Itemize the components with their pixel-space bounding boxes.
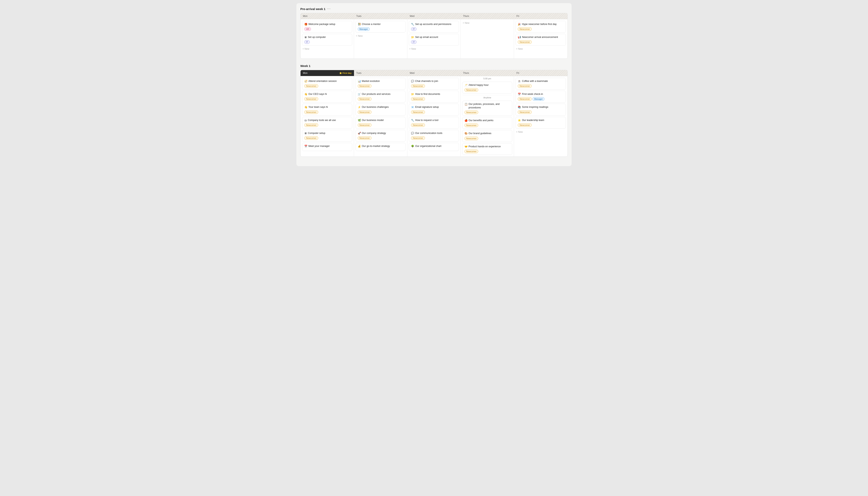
tag-newcomer[interactable]: Newcomer [358,97,372,101]
tag-newcomer[interactable]: Newcomer [304,84,318,88]
card-team-says-hi[interactable]: 👋 Your team says hi Newcomer [302,104,352,115]
card-ceo-says-hi[interactable]: 👋 Our CEO says hi Newcomer [302,91,352,103]
card-setup-email[interactable]: 📁 Set up email account IT [409,34,459,46]
brand-guidelines-title: Our brand guidelines [468,132,491,135]
card-find-documents[interactable]: 📁 How to find documents Newcomer [409,91,459,103]
first-day-badge: ⭐ First day [339,72,351,74]
card-happy-hour[interactable]: 🥂 Attend happy hour Newcomer [462,82,512,93]
tag-hr[interactable]: HR [304,27,311,31]
card-attend-orientation[interactable]: 🧭 Attend orientation session Newcomer [302,78,352,90]
setup-computer-tags: IT [304,40,350,44]
pre-arrival-wed-new[interactable]: + New [409,47,459,51]
card-chat-channels[interactable]: 💬 Chat channels to join Newcomer [409,78,459,90]
meet-manager-title: Meet your manager [309,144,330,148]
card-first-week-checkin[interactable]: 📅 First week check-in Newcomer Manager [515,91,566,103]
choose-mentor-title: Choose a mentor [362,22,381,26]
tag-newcomer[interactable]: Newcomer [464,137,478,140]
card-meet-manager[interactable]: 📅 Meet your manager [302,143,352,151]
tag-newcomer[interactable]: Newcomer [518,110,532,114]
card-products-services[interactable]: 🛒 Our products and services Newcomer [356,91,406,103]
hype-newcomer-title: Hype newcomer before first day [522,22,556,26]
market-evolution-title: Market evolution [362,79,380,83]
card-setup-accounts[interactable]: 🔧 Set up accounts and permissions IT [409,21,459,33]
pre-arrival-thurs-new[interactable]: + New [462,21,512,25]
card-org-chart[interactable]: 🌳 Our organizational chart [409,143,459,151]
tag-it-email[interactable]: IT [411,40,417,44]
pre-arrival-wed-header: Wed [407,13,461,19]
tag-newcomer-arrival[interactable]: Newcomer [518,40,532,44]
tag-newcomer[interactable]: Newcomer [304,136,318,140]
week1-fri-col: ☕ Coffee with a teammate Newcomer 📅 Firs… [514,76,567,156]
coffee-teammate-title: Coffee with a teammate [522,79,548,83]
tag-newcomer[interactable]: Newcomer [411,97,425,101]
pre-arrival-fri-new[interactable]: + New [515,47,566,51]
card-market-evolution[interactable]: 📊 Market evolution Newcomer [356,78,406,90]
card-leadership-team[interactable]: ⭐ Our leadership team Newcomer [515,117,566,129]
setup-email-tags: IT [411,40,457,44]
tag-manager[interactable]: Manager [358,27,370,31]
tag-newcomer[interactable]: Newcomer [411,110,425,114]
week1-fri-new[interactable]: + New [515,130,566,134]
card-hype-newcomer[interactable]: 🎉 Hype newcomer before first day Newcome… [515,21,566,33]
card-policies[interactable]: 📋 Our policies, processes, and procedure… [462,101,512,116]
setup-computer-title: Set up computer [308,35,326,39]
pre-arrival-tues-new[interactable]: + New [356,34,406,38]
tag-newcomer[interactable]: Newcomer [411,136,425,140]
tag-newcomer[interactable]: Newcomer [358,136,372,140]
company-tools-title: Company tools we all use [308,119,336,122]
card-product-hands-on[interactable]: 🤝 Product hands-on experience Newcomer [462,143,512,155]
tag-newcomer[interactable]: Newcomer [464,88,478,92]
card-communication-tools[interactable]: 💬 Our communication tools Newcomer [409,130,459,142]
card-business-model[interactable]: 🌿 Our business model Newcomer [356,117,406,129]
week1-wed-col: 💬 Chat channels to join Newcomer 📁 How t… [407,76,461,156]
week1-wed-header: Wed [407,70,461,76]
happy-hour-title: Attend happy hour [468,83,489,87]
tag-newcomer[interactable]: Newcomer [464,124,478,127]
card-inspiring-readings[interactable]: 📚 Some inspiring readings Newcomer [515,104,566,115]
pre-arrival-grid: Mon Tues Wed Thurs Fri 🎁 Welcome package… [300,13,568,59]
tag-newcomer[interactable]: Newcomer [411,84,425,88]
card-benefits-perks[interactable]: 🍎 Our benefits and perks Newcomer [462,117,512,129]
card-coffee-teammate[interactable]: ☕ Coffee with a teammate Newcomer [515,78,566,90]
card-email-signature[interactable]: 📧 Email signature setup Newcomer [409,104,459,115]
tag-manager[interactable]: Manager [533,97,544,101]
tag-newcomer-hype[interactable]: Newcomer [518,27,532,31]
tag-newcomer[interactable]: Newcomer [464,111,478,114]
tag-it-accounts[interactable]: IT [411,27,417,31]
pre-arrival-dots[interactable]: ··· [327,7,331,11]
card-business-challenges[interactable]: ⚡ Our business challenges Newcomer [356,104,406,115]
card-request-tool[interactable]: 🔧 How to request a tool Newcomer [409,117,459,129]
card-company-tools[interactable]: 🗂 Company tools we all use Newcomer [302,117,352,129]
leadership-team-title: Our leadership team [522,119,544,122]
card-brand-guidelines[interactable]: 🎨 Our brand guidelines Newcomer [462,130,512,142]
week1-tues-header: Tues [354,70,407,76]
tag-newcomer[interactable]: Newcomer [304,123,318,127]
week1-section-title: Week 1 [300,64,568,67]
tag-newcomer[interactable]: Newcomer [304,110,318,114]
tag-newcomer[interactable]: Newcomer [411,123,425,127]
card-go-to-market[interactable]: 💰 Our go-to-market strategy [356,143,406,151]
pre-arrival-mon-new[interactable]: + New [302,47,352,51]
tag-newcomer[interactable]: Newcomer [518,123,532,127]
card-company-strategy[interactable]: 🚀 Our company strategy Newcomer [356,130,406,142]
card-welcome-package[interactable]: 🎁 Welcome package setup HR [302,21,352,33]
card-computer-setup[interactable]: 🖥 Computer setup Newcomer [302,130,352,142]
pre-arrival-tues-header: Tues [354,13,407,19]
tag-newcomer[interactable]: Newcomer [358,84,372,88]
week1-tues-col: 📊 Market evolution Newcomer 🛒 Our produc… [354,76,407,156]
pre-arrival-fri-header: Fri [514,13,567,19]
tag-newcomer[interactable]: Newcomer [518,84,532,88]
arrival-announcement-title: Newcomer arrival announcement [522,35,558,39]
ceo-says-hi-title: Our CEO says hi [309,92,327,96]
attend-orientation-title: Attend orientation session [309,79,337,83]
tag-it[interactable]: IT [304,40,310,44]
choose-mentor-tags: Manager [358,27,404,31]
card-arrival-announcement[interactable]: 📢 Newcomer arrival announcement Newcomer [515,34,566,46]
tag-newcomer[interactable]: Newcomer [464,150,478,153]
card-setup-computer[interactable]: 🖥 Set up computer IT [302,34,352,46]
tag-newcomer[interactable]: Newcomer [358,110,372,114]
tag-newcomer[interactable]: Newcomer [518,97,532,101]
tag-newcomer[interactable]: Newcomer [304,97,318,101]
card-choose-mentor[interactable]: 🧑‍🤝‍🧑 Choose a mentor Manager [356,21,406,33]
tag-newcomer[interactable]: Newcomer [358,123,372,127]
